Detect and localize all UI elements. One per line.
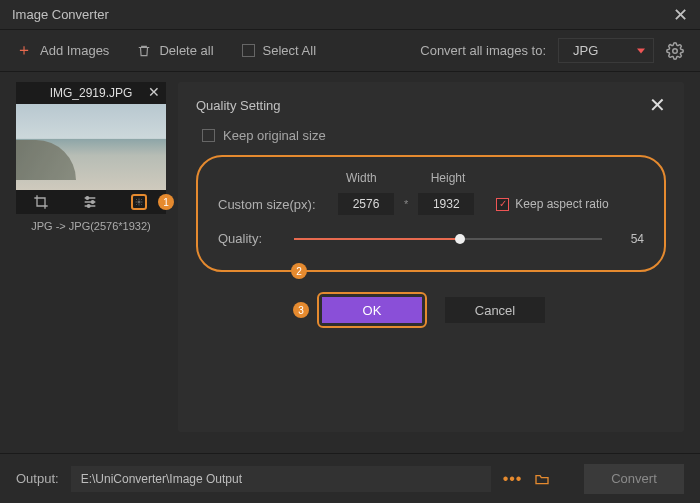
- convert-to-label: Convert all images to:: [420, 43, 546, 58]
- slider-fill: [294, 238, 460, 240]
- gear-icon: [135, 198, 143, 206]
- thumbnail-caption: JPG -> JPG(2576*1932): [16, 220, 166, 232]
- settings-top-button[interactable]: [666, 42, 684, 60]
- checkbox-empty-icon: [242, 44, 255, 57]
- svg-point-3: [87, 205, 90, 208]
- crop-button[interactable]: [33, 194, 49, 210]
- plus-icon: ＋: [16, 40, 32, 61]
- quality-slider[interactable]: [294, 232, 602, 246]
- select-all-button[interactable]: Select All: [242, 43, 316, 58]
- width-label: Width: [346, 171, 377, 185]
- svg-point-0: [673, 48, 678, 53]
- window-close-icon[interactable]: ✕: [673, 4, 688, 26]
- panel-title: Quality Setting: [196, 98, 281, 113]
- annotation-badge-2: 2: [291, 263, 307, 279]
- crop-icon: [33, 194, 49, 210]
- quality-setting-panel: Quality Setting ✕ Keep original size Wid…: [178, 82, 684, 432]
- size-quality-group: Width Height Custom size(px): * ✓ Keep a…: [196, 155, 666, 272]
- custom-size-label: Custom size(px):: [218, 197, 328, 212]
- svg-point-1: [86, 197, 89, 200]
- convert-button[interactable]: Convert: [584, 464, 684, 494]
- open-folder-button[interactable]: [534, 471, 550, 487]
- annotation-badge-1: 1: [158, 194, 174, 210]
- select-all-label: Select All: [263, 43, 316, 58]
- height-label: Height: [431, 171, 466, 185]
- thumbnail-remove-icon[interactable]: ✕: [148, 84, 160, 100]
- keep-original-label: Keep original size: [223, 128, 326, 143]
- cancel-button[interactable]: Cancel: [445, 297, 545, 323]
- trash-icon: [137, 44, 151, 58]
- output-path-field[interactable]: E:\UniConverter\Image Output: [71, 466, 491, 492]
- keep-aspect-checkbox[interactable]: ✓: [496, 198, 509, 211]
- ok-button[interactable]: OK: [322, 297, 422, 323]
- svg-point-2: [91, 201, 94, 204]
- gear-icon: [666, 42, 684, 60]
- sliders-icon: [82, 194, 98, 210]
- keep-aspect-label: Keep aspect ratio: [515, 197, 608, 211]
- multiply-symbol: *: [404, 198, 408, 210]
- format-value: JPG: [573, 43, 598, 58]
- delete-all-button[interactable]: Delete all: [137, 43, 213, 58]
- output-label: Output:: [16, 471, 59, 486]
- slider-knob[interactable]: [455, 234, 465, 244]
- thumbnail-preview: [16, 104, 166, 190]
- quality-label: Quality:: [218, 231, 278, 246]
- image-thumbnail[interactable]: IMG_2919.JPG ✕ 1: [16, 82, 166, 214]
- add-images-button[interactable]: ＋ Add Images: [16, 40, 109, 61]
- keep-original-checkbox[interactable]: [202, 129, 215, 142]
- width-input[interactable]: [338, 193, 394, 215]
- annotation-badge-3: 3: [293, 302, 309, 318]
- svg-point-4: [138, 201, 140, 203]
- delete-all-label: Delete all: [159, 43, 213, 58]
- height-input[interactable]: [418, 193, 474, 215]
- quality-value: 54: [618, 232, 644, 246]
- caret-down-icon: [637, 48, 645, 53]
- window-title: Image Converter: [12, 7, 109, 22]
- format-select[interactable]: JPG: [558, 38, 654, 63]
- folder-icon: [534, 471, 550, 487]
- panel-close-icon[interactable]: ✕: [649, 93, 666, 117]
- adjust-button[interactable]: [82, 194, 98, 210]
- thumbnail-settings-button[interactable]: [131, 194, 147, 210]
- thumbnail-filename: IMG_2919.JPG: [50, 86, 133, 100]
- more-options-icon[interactable]: •••: [503, 470, 523, 488]
- add-images-label: Add Images: [40, 43, 109, 58]
